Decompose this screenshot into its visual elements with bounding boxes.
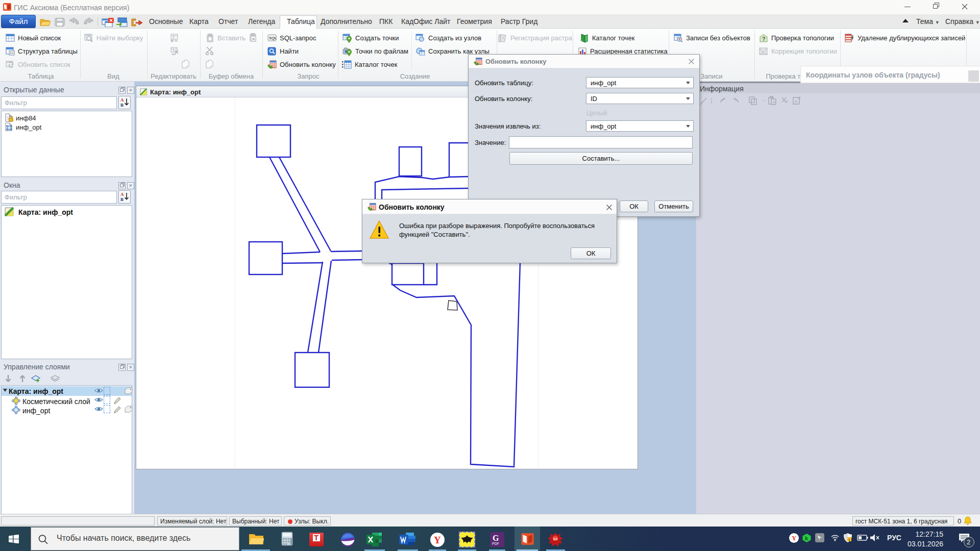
svg-text:A: A [120,97,124,103]
svg-text:A: A [795,99,798,104]
svg-text:?: ? [762,35,766,41]
svg-text:B: B [120,197,124,202]
svg-text:A: A [252,37,255,41]
svg-text:Б4: Б4 [553,537,558,541]
svg-text:B: B [120,103,124,108]
svg-text:SQL: SQL [269,36,277,40]
svg-text:k: k [805,535,808,541]
svg-text:!: ! [849,538,850,542]
svg-text:A: A [772,99,775,105]
svg-text:A: A [120,192,124,197]
